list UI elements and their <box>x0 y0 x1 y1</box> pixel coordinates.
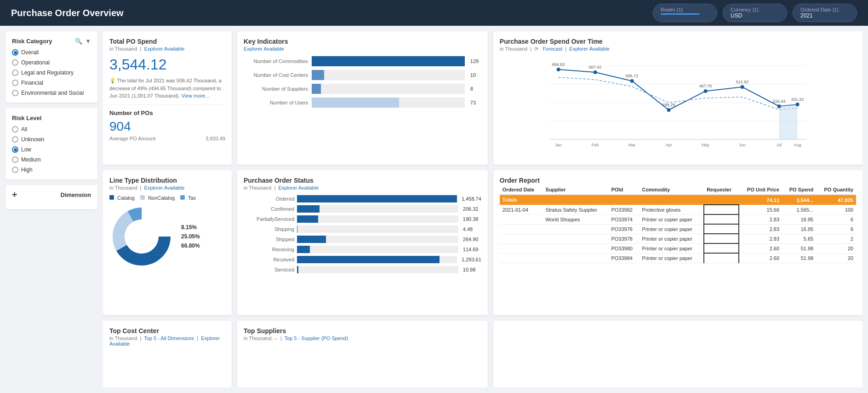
label-25pct: 25.05% <box>181 233 200 240</box>
po-status-card: Purchase Order Status in Thousand | Expl… <box>237 170 488 315</box>
table-row: World Shoppes PO33974 Printer or copier … <box>500 214 856 224</box>
forecast-link[interactable]: Forecast <box>542 46 562 52</box>
ordered-date-filter[interactable]: Ordered Date (1) 2021 <box>793 4 857 22</box>
donut-labels: 8.15% 25.05% 66.80% <box>181 224 200 249</box>
status-val-2: 190.38 <box>463 216 481 222</box>
row5-requester <box>704 253 739 263</box>
risk-level-title: Risk Level <box>12 115 91 121</box>
ki-bars: Number of Commodities 129 Number of Cost… <box>244 56 481 108</box>
search-icon[interactable]: 🔍 <box>75 38 82 45</box>
currency-filter[interactable]: Currency (1) USD <box>723 4 787 22</box>
point-jun <box>740 85 744 89</box>
num-pos-label: Number of POs <box>109 110 225 116</box>
risk-overall[interactable]: Overall <box>12 49 91 56</box>
row3-commodity: Printer or copier paper <box>640 234 704 243</box>
risk-legal[interactable]: Legal and Regulatory <box>12 69 91 76</box>
po-time-chart: 694.63 667.42 585.72 299.29 467.70 512.9… <box>500 57 856 149</box>
svg-text:Aug: Aug <box>794 143 801 147</box>
totals-quantity: 47,825 <box>816 195 856 205</box>
po-time-explorer-link[interactable]: Explorer Available <box>569 46 610 52</box>
donut-legend: Catalog NonCatalog Tax <box>109 195 225 201</box>
top-suppliers-card: Top Suppliers in Thousand, -- | Top 5 - … <box>237 321 488 387</box>
divider <box>109 104 225 105</box>
status-label-7: Serviced <box>244 267 294 272</box>
status-received: Received 1,293.61 <box>244 256 481 263</box>
svg-text:May: May <box>702 143 710 147</box>
num-pos-value: 904 <box>109 119 225 134</box>
row5-supplier <box>543 253 609 263</box>
risk-financial[interactable]: Financial <box>12 80 91 86</box>
point-feb <box>593 70 597 74</box>
risk-environmental[interactable]: Environmental and Social <box>12 90 91 96</box>
line-type-subtitle: in Thousand | Explorer Available <box>109 185 225 191</box>
row3-requester <box>704 234 739 243</box>
col-unit-price: PO Unit Price <box>739 185 782 195</box>
catalog-dot <box>109 195 114 200</box>
status-ordered: Ordered 1,458.74 <box>244 195 481 202</box>
middle-row: Line Type Distribution in Thousand | Exp… <box>103 170 862 315</box>
level-medium[interactable]: Medium <box>12 156 91 163</box>
risk-category-icons: 🔍 ▼ <box>75 38 91 45</box>
top-5-all-dimensions-link[interactable]: Top 5 - All Dimensions <box>144 335 194 341</box>
realm-filter[interactable]: Realm (1) <box>653 4 717 22</box>
svg-text:Jan: Jan <box>555 143 562 147</box>
col-requester: Requester <box>704 185 739 195</box>
avg-label: Average PO Amount <box>109 136 155 141</box>
bottom-row: Top Cost Center in Thousand | Top 5 - Al… <box>103 321 862 387</box>
noncatalog-dot <box>140 195 145 200</box>
ki-subtitle: Explorer Available <box>244 46 481 52</box>
status-val-0: 1,458.74 <box>462 196 481 202</box>
refresh-icon: ⟳ <box>534 46 538 52</box>
level-high[interactable]: High <box>12 167 91 173</box>
risk-level-card: Risk Level All Unknown Low Medium <box>6 108 97 179</box>
level-all[interactable]: All <box>12 126 91 133</box>
ki-label-2: Number of Suppliers <box>244 86 308 92</box>
line-type-explorer-link[interactable]: Explorer Available <box>144 185 184 191</box>
currency-value: USD <box>731 12 779 19</box>
top-cost-center-title: Top Cost Center <box>109 327 225 335</box>
table-row: 2021-01-04 Stratus Safety Supplier PO339… <box>500 205 856 214</box>
col-date: Ordered Date <box>500 185 543 195</box>
avg-po-row: Average PO Amount 3,920.49 <box>109 136 225 141</box>
top-5-supplier-link[interactable]: Top 5 - Supplier (PO Spend) <box>285 335 348 341</box>
ordered-date-label: Ordered Date (1) <box>800 7 849 12</box>
level-low[interactable]: Low <box>12 146 91 153</box>
status-partially: PartiallyServiced 190.38 <box>244 215 481 223</box>
row4-spend: 51.98 <box>782 243 816 253</box>
row5-quantity: 20 <box>816 253 856 263</box>
status-bars: Ordered 1,458.74 Confirmed 206.32 <box>244 195 481 273</box>
radio-operational <box>12 59 18 66</box>
ki-val-2: 8 <box>470 86 481 92</box>
level-unknown[interactable]: Unknown <box>12 136 91 143</box>
status-bar-0 <box>297 195 457 202</box>
row5-commodity: Printer or copier paper <box>640 253 704 263</box>
svg-text:694.63: 694.63 <box>552 62 565 67</box>
risk-operational[interactable]: Operational <box>12 59 91 66</box>
total-po-info: 💡 The total for Jul 2021 was 506.42 Thou… <box>109 77 225 100</box>
filter-icon[interactable]: ▼ <box>85 38 91 45</box>
status-val-4: 264.90 <box>463 237 481 242</box>
risk-level-options: All Unknown Low Medium High <box>12 126 91 173</box>
row1-date <box>500 214 543 224</box>
order-report-table-wrap[interactable]: Ordered Date Supplier POId Commodity <box>500 185 856 263</box>
line-type-card: Line Type Distribution in Thousand | Exp… <box>103 170 232 315</box>
total-po-explorer-link[interactable]: Explorer Available <box>144 46 184 52</box>
row4-unit-price: 2.60 <box>739 243 782 253</box>
ki-explorer-link[interactable]: Explorer Available <box>244 46 284 52</box>
status-shipping: Shipping 4.48 <box>244 225 481 233</box>
dimension-icon: ✛ <box>12 191 17 198</box>
status-bar-5 <box>297 246 310 253</box>
po-status-explorer-link[interactable]: Explorer Available <box>278 185 319 191</box>
ki-wrap-0 <box>312 56 465 66</box>
ordered-date-value: 2021 <box>800 12 849 19</box>
status-label-4: Shipped <box>244 237 294 242</box>
line-type-title: Line Type Distribution <box>109 177 225 184</box>
radio-high <box>12 167 18 173</box>
view-more-link[interactable]: View more... <box>181 93 209 98</box>
status-confirmed: Confirmed 206.32 <box>244 205 481 213</box>
sidebar: Risk Category 🔍 ▼ Overall Operational L <box>6 31 97 387</box>
row4-date <box>500 243 543 253</box>
col-quantity: PO Quantity <box>816 185 856 195</box>
row3-unit-price: 2.83 <box>739 234 782 243</box>
risk-category-title: Risk Category 🔍 ▼ <box>12 38 91 45</box>
